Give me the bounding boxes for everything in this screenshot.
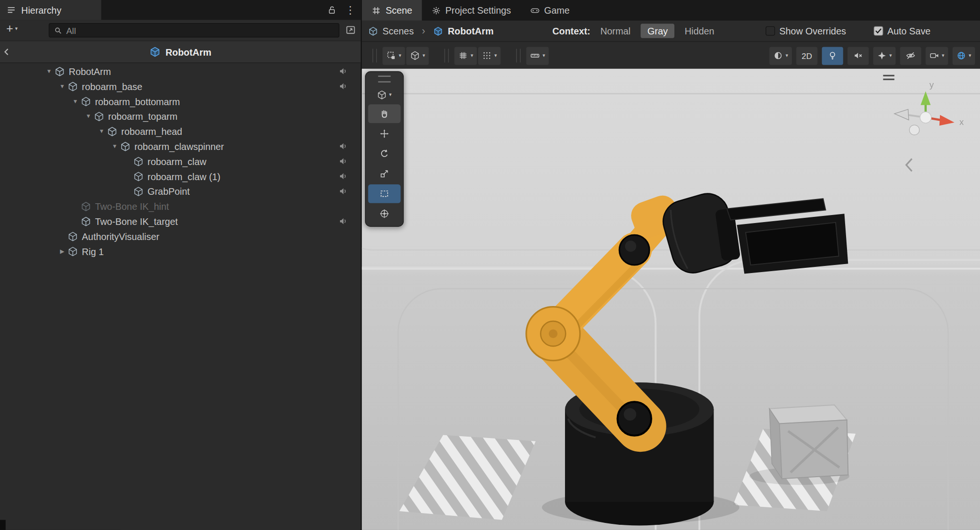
tab-game[interactable]: Game xyxy=(520,0,579,21)
hierarchy-toolbar: + ▾ All xyxy=(0,20,361,41)
dropdown-caret: ▾ xyxy=(389,92,391,97)
plus-icon: + xyxy=(6,23,13,34)
gizmo-center-sphere[interactable] xyxy=(920,112,931,123)
tab-hierarchy[interactable]: Hierarchy xyxy=(0,0,101,20)
selection-outline-button[interactable]: ▾ xyxy=(382,47,405,65)
tool-scale[interactable] xyxy=(368,165,401,183)
checkbox-label: Show Overrides xyxy=(780,25,846,36)
speaker-badge-icon[interactable] xyxy=(338,141,348,151)
foldout-arrow[interactable]: ▼ xyxy=(96,128,107,134)
context-option-hidden[interactable]: Hidden xyxy=(685,25,714,36)
tab-label: Game xyxy=(544,5,570,16)
cube-icon xyxy=(94,111,105,122)
speaker-badge-icon[interactable] xyxy=(338,216,348,226)
foldout-arrow[interactable]: ▶ xyxy=(57,248,68,254)
tool-move[interactable] xyxy=(368,124,401,143)
hierarchy-search-input[interactable]: All xyxy=(49,23,339,37)
unity-editor-window: Hierarchy ⋮ + ▾ All xyxy=(0,0,980,530)
effects-button[interactable]: ▾ xyxy=(873,47,896,65)
hierarchy-item-label: Rig 1 xyxy=(82,246,104,257)
dropdown-caret: ▾ xyxy=(542,53,545,58)
search-window-icon[interactable] xyxy=(345,25,357,36)
toolbar-button-group: ▾▾ xyxy=(455,47,501,65)
speaker-badge-icon[interactable] xyxy=(338,186,348,196)
snap-grid-button[interactable]: ▾ xyxy=(478,47,501,65)
hierarchy-row[interactable]: ▶Rig 1 xyxy=(0,244,361,259)
tool-rect[interactable] xyxy=(368,184,401,203)
lock-icon[interactable] xyxy=(327,5,337,15)
hand-icon xyxy=(379,109,389,119)
foldout-arrow[interactable]: ▼ xyxy=(44,68,55,74)
foldout-arrow[interactable]: ▼ xyxy=(57,83,68,89)
back-button[interactable] xyxy=(2,47,12,57)
speaker-badge-icon[interactable] xyxy=(338,66,348,76)
camera-button[interactable]: ▾ xyxy=(926,47,948,65)
hierarchy-row[interactable]: ▼roboarm_bottomarm xyxy=(0,94,361,109)
add-object-button[interactable]: + ▾ xyxy=(6,23,17,34)
hierarchy-row[interactable]: ▼roboarm_toparm xyxy=(0,109,361,124)
hierarchy-row[interactable]: GrabPoint xyxy=(0,184,361,199)
pivot-cube-button[interactable]: ▾ xyxy=(406,47,429,65)
tool-rotate[interactable] xyxy=(368,144,401,163)
toolbar-left-group: ▾▾▾▾▾ xyxy=(367,47,559,65)
selection-outline-icon xyxy=(386,50,396,60)
foldout-arrow[interactable]: ▼ xyxy=(109,143,120,149)
hierarchy-row[interactable]: AuthorityVisualiser xyxy=(0,229,361,244)
hierarchy-tab-actions: ⋮ xyxy=(327,0,356,20)
speaker-badge-icon[interactable] xyxy=(338,171,348,181)
speaker-badge-icon[interactable] xyxy=(338,156,348,166)
hierarchy-row[interactable]: ▼roboarm_clawspinner xyxy=(0,139,361,154)
tab-project-settings[interactable]: Project Settings xyxy=(422,0,520,21)
auto-save-toggle[interactable]: Auto Save xyxy=(873,25,930,36)
cube-icon xyxy=(67,81,78,92)
overlay-drag-handle[interactable] xyxy=(378,75,391,83)
rotate-icon xyxy=(379,149,389,158)
hierarchy-item-label: Two-Bone IK_target xyxy=(95,216,178,227)
hierarchy-row[interactable]: ▼roboarm_head xyxy=(0,124,361,139)
scale-icon xyxy=(379,169,389,179)
context-option-normal[interactable]: Normal xyxy=(600,25,631,36)
dropdown-caret: ▾ xyxy=(889,53,892,58)
auto-save-checkbox[interactable] xyxy=(873,26,883,36)
show-overrides-checkbox[interactable] xyxy=(765,26,775,36)
audio-muted-button[interactable] xyxy=(847,47,869,65)
speaker-badge-icon[interactable] xyxy=(338,81,348,91)
foldout-arrow[interactable]: ▼ xyxy=(83,113,94,119)
ruler-icon xyxy=(530,50,540,60)
hierarchy-row[interactable]: roboarm_claw (1) xyxy=(0,169,361,184)
scenes-cube-icon xyxy=(368,26,378,36)
kebab-menu-icon[interactable]: ⋮ xyxy=(345,5,356,16)
audio-muted-icon xyxy=(853,50,863,60)
shaded-sphere-button[interactable]: ▾ xyxy=(769,47,792,65)
tool-view-cube[interactable]: ▾ xyxy=(368,86,401,103)
show-overrides-toggle[interactable]: Show Overrides xyxy=(765,25,846,36)
tool-hand[interactable] xyxy=(368,104,401,123)
hierarchy-row[interactable]: ▼RobotArm xyxy=(0,64,361,79)
tab-scene[interactable]: Scene xyxy=(362,0,422,21)
snap-grid-icon xyxy=(482,50,492,60)
toolbar-grip[interactable] xyxy=(373,49,377,62)
2d-button[interactable]: 2D xyxy=(796,47,817,65)
globe-button[interactable]: ▾ xyxy=(953,47,975,65)
breadcrumb-scenes[interactable]: Scenes xyxy=(382,25,414,36)
list-icon xyxy=(6,5,16,15)
dropdown-caret: ▾ xyxy=(494,53,497,58)
eye-hidden-button[interactable] xyxy=(900,47,921,65)
foldout-arrow[interactable]: ▼ xyxy=(70,98,81,104)
toolbar-grip[interactable] xyxy=(516,49,521,62)
panel-corner-notch xyxy=(0,520,6,530)
tool-transform[interactable] xyxy=(368,204,401,223)
toolbar-grip[interactable] xyxy=(444,49,448,62)
hierarchy-row[interactable]: Two-Bone IK_hint xyxy=(0,199,361,214)
context-option-gray[interactable]: Gray xyxy=(640,24,674,38)
prefab-header-bar: RobotArm xyxy=(0,41,361,63)
scene-viewport[interactable]: y x ▾ xyxy=(362,69,980,530)
hierarchy-item-label: roboarm_clawspinner xyxy=(134,141,224,152)
hierarchy-row[interactable]: ▼roboarm_base xyxy=(0,79,361,94)
grid-button[interactable]: ▾ xyxy=(455,47,477,65)
bulb-button[interactable] xyxy=(822,47,843,65)
hierarchy-row[interactable]: roboarm_claw xyxy=(0,154,361,169)
hierarchy-row[interactable]: Two-Bone IK_target xyxy=(0,214,361,229)
gizmo-z-sphere[interactable] xyxy=(909,125,919,135)
ruler-button[interactable]: ▾ xyxy=(526,47,549,65)
